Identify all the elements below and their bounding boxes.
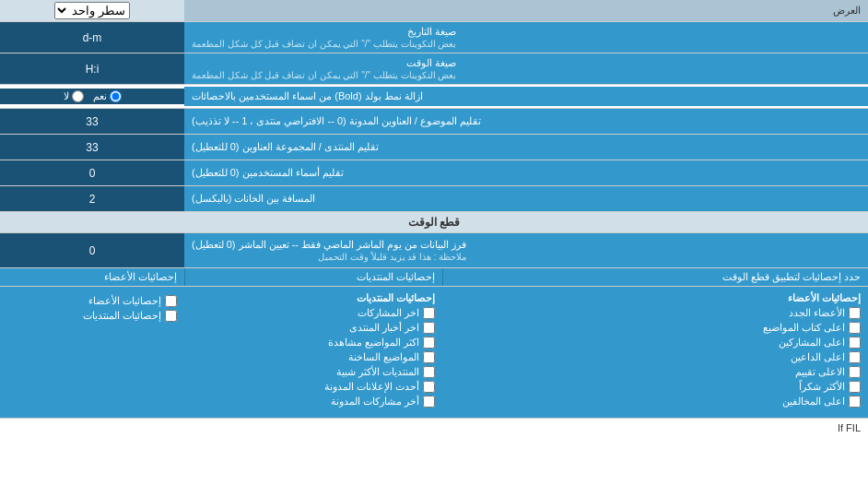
cb-last-blog-posts-input[interactable] (423, 396, 435, 408)
fetch-days-input[interactable] (4, 244, 181, 257)
gap-row: المسافة بين الخانات (بالبكسل) (0, 186, 868, 212)
date-format-row: صيغة التاريخ بعض التكوينات يتطلب "/" الت… (0, 22, 868, 53)
cb-top-violators: اعلى المخالفين (450, 396, 861, 408)
cb-last-posts-input[interactable] (423, 307, 435, 319)
cb-new-members: الأعضاء الجدد (450, 307, 861, 319)
usernames-input[interactable] (4, 167, 181, 180)
cb-forum-stats-input[interactable] (165, 310, 177, 322)
stats-members-col-title: إحصائيات الأعضاء (0, 268, 184, 286)
cb-new-members-input[interactable] (849, 307, 861, 319)
cb-member-stats-input[interactable] (165, 295, 177, 307)
cb-latest-announcements-label: أحدث الإعلانات المدونة (324, 381, 419, 393)
cb-most-viewed-input[interactable] (423, 337, 435, 349)
cb-last-posts-label: اخر المشاركات (358, 307, 419, 319)
time-format-input-wrap (0, 53, 184, 84)
radio-no[interactable] (72, 90, 84, 102)
cb-row-members-col-header: إحصائيات الأعضاء (450, 292, 861, 304)
checkboxes-mid-col: إحصائيات المنتديات اخر المشاركات اخر أخب… (184, 290, 442, 412)
cb-top-posters: اعلى المشاركين (450, 337, 861, 349)
cb-last-blog-posts-label: أخر مشاركات المدونة (331, 396, 419, 408)
display-select[interactable]: سطر واحد سطرين ثلاثة أسطر (54, 2, 130, 19)
cb-hot-topics-input[interactable] (423, 351, 435, 363)
cb-latest-announcements-input[interactable] (423, 381, 435, 393)
time-format-label: صيغة الوقت بعض التكوينات يتطلب "/" التي … (184, 53, 868, 84)
topics-titles-input[interactable] (4, 115, 181, 128)
checkboxes-right-col: إحصائيات الأعضاء الأعضاء الجدد اعلى كتاب… (442, 290, 868, 412)
remove-bold-row: ازالة نمط بولد (Bold) من اسماء المستخدمي… (0, 85, 868, 109)
cb-last-posts: اخر المشاركات (192, 307, 435, 319)
forum-group-input-wrap (0, 135, 184, 160)
cb-most-similar-forums-input[interactable] (423, 366, 435, 378)
gap-input[interactable] (4, 193, 181, 206)
bottom-text: If FIL (0, 418, 868, 437)
cb-member-stats: إحصائيات الأعضاء (7, 295, 177, 307)
cb-top-rated-input[interactable] (849, 366, 861, 378)
cb-most-thanks-input[interactable] (849, 381, 861, 393)
fetch-days-label: فرز البيانات من يوم الماشر الماضي فقط --… (184, 233, 868, 267)
stats-forums-col-title: إحصائيات المنتديات (184, 268, 442, 286)
cb-top-violators-label: اعلى المخالفين (782, 396, 845, 408)
header-row: العرض سطر واحد سطرين ثلاثة أسطر (0, 0, 868, 22)
cb-hot-topics-label: المواضيع الساخنة (348, 351, 419, 363)
time-format-input[interactable] (4, 63, 181, 76)
cb-new-members-label: الأعضاء الجدد (789, 307, 845, 319)
cb-forum-stats-label: إحصائيات المنتديات (83, 310, 161, 322)
header-label: العرض (184, 2, 868, 19)
cb-most-similar-forums-label: المنتديات الأكثر شبية (336, 366, 419, 378)
cb-top-rated: الاعلى تقييم (450, 366, 861, 378)
usernames-row: تقليم أسماء المستخدمين (0 للتعطيل) (0, 160, 868, 186)
remove-bold-radios: نعم لا (0, 89, 184, 104)
cb-top-rated-label: الاعلى تقييم (795, 366, 845, 378)
cb-latest-announcements: أحدث الإعلانات المدونة (192, 381, 435, 393)
display-select-wrap[interactable]: سطر واحد سطرين ثلاثة أسطر (0, 0, 184, 21)
forum-group-label: تقليم المنتدى / المجموعة العناوين (0 للت… (184, 135, 868, 160)
checkboxes-left-col: إحصائيات الأعضاء إحصائيات المنتديات (0, 290, 184, 412)
gap-label: المسافة بين الخانات (بالبكسل) (184, 186, 868, 211)
gap-input-wrap (0, 186, 184, 211)
radio-yes-label[interactable]: نعم (93, 90, 122, 102)
topics-titles-input-wrap (0, 109, 184, 134)
cb-last-news: اخر أخبار المنتدى (192, 322, 435, 334)
checkboxes-area: إحصائيات الأعضاء الأعضاء الجدد اعلى كتاب… (0, 287, 868, 418)
stats-apply-label: حدد إحصائيات لتطبيق قطع الوقت (442, 268, 868, 286)
cb-mid-col-header: إحصائيات المنتديات (192, 292, 435, 304)
cb-most-thanks-label: الأكثر شكراً (799, 381, 845, 393)
date-format-input[interactable] (4, 31, 181, 44)
main-container: العرض سطر واحد سطرين ثلاثة أسطر صيغة الت… (0, 0, 868, 437)
usernames-input-wrap (0, 160, 184, 185)
cb-top-topics-input[interactable] (849, 322, 861, 334)
cb-top-inviters-label: اعلى الداعين (791, 351, 845, 363)
forum-group-input[interactable] (4, 141, 181, 154)
cb-last-news-label: اخر أخبار المنتدى (349, 322, 419, 334)
cb-top-posters-input[interactable] (849, 337, 861, 349)
cb-top-topics-label: اعلى كتاب المواضيع (763, 322, 845, 334)
realtime-section-header: قطع الوقت (0, 212, 868, 233)
fetch-days-input-wrap (0, 233, 184, 267)
cb-top-topics: اعلى كتاب المواضيع (450, 322, 861, 334)
topics-titles-row: تقليم الموضوع / العناوين المدونة (0 -- ا… (0, 109, 868, 135)
date-format-label: صيغة التاريخ بعض التكوينات يتطلب "/" الت… (184, 22, 868, 53)
cb-last-news-input[interactable] (423, 322, 435, 334)
cb-hot-topics: المواضيع الساخنة (192, 351, 435, 363)
radio-no-label[interactable]: لا (64, 90, 84, 102)
cb-top-violators-input[interactable] (849, 396, 861, 408)
cb-most-thanks: الأكثر شكراً (450, 381, 861, 393)
cb-member-stats-label: إحصائيات الأعضاء (88, 295, 161, 307)
time-format-row: صيغة الوقت بعض التكوينات يتطلب "/" التي … (0, 53, 868, 85)
cb-top-inviters: اعلى الداعين (450, 351, 861, 363)
cb-forum-stats: إحصائيات المنتديات (7, 310, 177, 322)
cb-most-viewed-label: اكثر المواضيع مشاهدة (328, 337, 419, 349)
usernames-label: تقليم أسماء المستخدمين (0 للتعطيل) (184, 160, 868, 185)
radio-yes[interactable] (110, 90, 122, 102)
fetch-days-row: فرز البيانات من يوم الماشر الماضي فقط --… (0, 233, 868, 268)
topics-titles-label: تقليم الموضوع / العناوين المدونة (0 -- ا… (184, 109, 868, 134)
cb-most-viewed: اكثر المواضيع مشاهدة (192, 337, 435, 349)
cb-top-posters-label: اعلى المشاركين (779, 337, 845, 349)
cb-last-blog-posts: أخر مشاركات المدونة (192, 396, 435, 408)
remove-bold-label: ازالة نمط بولد (Bold) من اسماء المستخدمي… (184, 87, 868, 106)
forum-group-row: تقليم المنتدى / المجموعة العناوين (0 للت… (0, 135, 868, 160)
cb-top-inviters-input[interactable] (849, 351, 861, 363)
cb-most-similar-forums: المنتديات الأكثر شبية (192, 366, 435, 378)
date-format-input-wrap (0, 22, 184, 53)
